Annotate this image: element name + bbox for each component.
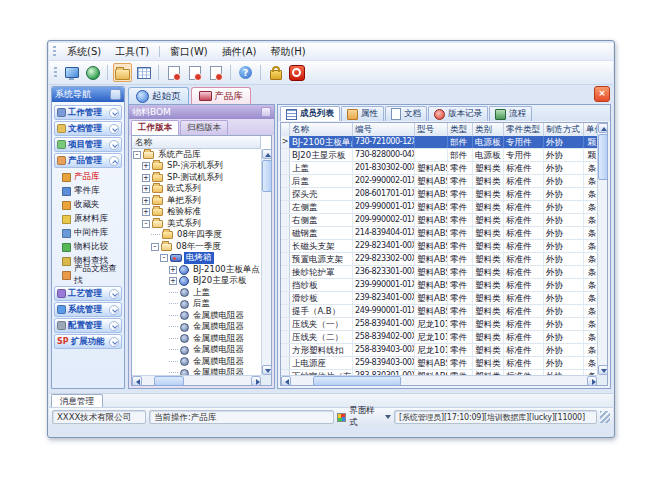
tree-expander[interactable]: - <box>151 243 159 251</box>
menu-item[interactable]: 帮助(H) <box>263 44 312 60</box>
menu-item[interactable]: 工具(T) <box>108 44 156 60</box>
tree-node[interactable]: 金属膜电阻器 <box>132 368 261 376</box>
toolbar-grip[interactable] <box>54 67 57 79</box>
tree-node[interactable]: -电烤箱 <box>132 253 261 265</box>
sidebar-item[interactable]: 中间件库 <box>53 226 123 240</box>
tree-node[interactable]: 08年四季度 <box>132 230 261 242</box>
doc-tab[interactable]: 起始页 <box>128 87 189 104</box>
table-row[interactable]: 左侧盖209-990001-01X塑料ABS零件塑料类标准件外协条 <box>281 201 597 214</box>
chevron-down-icon[interactable] <box>109 108 119 118</box>
tree-expander[interactable]: + <box>169 266 177 274</box>
column-header[interactable]: 制造方式 <box>544 123 584 136</box>
column-header[interactable]: 零件类型 <box>504 123 544 136</box>
table-row[interactable]: 滑纱板239-823401-00X塑料ABS零件塑料类标准件外协条 <box>281 292 597 305</box>
table-row[interactable]: 接纱轮护罩236-823301-00X塑料ABS零件塑料类标准件外协条 <box>281 266 597 279</box>
table-row[interactable]: 上电源座259-839403-00X塑料ABS零件塑料类标准件外协条 <box>281 357 597 370</box>
table-row[interactable]: 预置电源支架229-823302-00X塑料ABS零件塑料类标准件外协条 <box>281 253 597 266</box>
bom-version-tab[interactable]: 工作版本 <box>131 120 179 135</box>
table-vertical-scrollbar[interactable] <box>597 123 607 375</box>
power-icon-button[interactable] <box>287 63 306 82</box>
sidebar-item[interactable]: 原材料库 <box>53 212 123 226</box>
table-row[interactable]: 提手（A.B）249-990001-01X塑料ABS零件塑料类标准件外协条 <box>281 305 597 318</box>
tree-node[interactable]: +BJ20主显示板 <box>132 276 261 288</box>
table-row[interactable]: 磁钢盖214-839404-01X塑料ABS零件塑料类标准件外协条 <box>281 227 597 240</box>
chevron-down-icon[interactable] <box>109 305 119 315</box>
folder-icon-button[interactable] <box>113 63 132 82</box>
menu-item[interactable]: 窗口(W) <box>163 44 215 60</box>
help-icon-button[interactable]: ? <box>236 63 255 82</box>
table-row[interactable]: 探头壳208-601701-01X塑料ABS零件塑料类标准件外协条 <box>281 188 597 201</box>
tree-node[interactable]: 上盖 <box>132 287 261 299</box>
tree-node[interactable]: -08年一季度 <box>132 241 261 253</box>
column-header[interactable]: 型号 <box>415 123 448 136</box>
scroll-thumb[interactable] <box>154 376 184 386</box>
sidebar-item[interactable]: 零件库 <box>53 184 123 198</box>
tree-node[interactable]: 后盖 <box>132 299 261 311</box>
tree-vertical-scrollbar[interactable] <box>261 149 271 375</box>
tree-expander[interactable]: - <box>133 151 141 159</box>
tree-node[interactable]: +单把系列 <box>132 195 261 207</box>
scroll-down-button[interactable] <box>262 365 272 375</box>
column-header[interactable]: 编号 <box>353 123 415 136</box>
lock-icon-button[interactable] <box>266 63 285 82</box>
column-header[interactable]: 名称 <box>290 123 353 136</box>
table-row[interactable]: 方形塑料线扣258-839403-00X尼龙1010零件塑料类标准件外协条 <box>281 344 597 357</box>
table-horizontal-scrollbar[interactable] <box>281 375 597 385</box>
doc-action-icon-2-button[interactable] <box>185 63 204 82</box>
table-row[interactable]: 后盖202-990002-01X塑料ABS零件塑料类标准件外协条 <box>281 175 597 188</box>
tree-node[interactable]: -美式系列 <box>132 218 261 230</box>
sidebar-item[interactable]: 产品库 <box>53 170 123 184</box>
tree-node[interactable]: 金属膜电阻器 <box>132 356 261 368</box>
menubar-grip[interactable] <box>53 46 56 58</box>
sidebar-item[interactable]: 收藏夹 <box>53 198 123 212</box>
scroll-thumb[interactable] <box>262 160 272 192</box>
table-row[interactable]: BJ20主显示板730-828000-04X部件电源板专用件外协颗 <box>281 149 597 162</box>
column-header[interactable]: 类型 <box>448 123 473 136</box>
sidebar-group[interactable]: 产品管理 <box>54 153 122 168</box>
detail-tab[interactable]: 成员列表 <box>280 106 340 121</box>
ui-style-selector[interactable]: 界面样式 <box>337 405 391 429</box>
sidebar-menu-button[interactable] <box>110 89 121 100</box>
tree-horizontal-scrollbar[interactable] <box>132 375 261 385</box>
tree-expander[interactable]: + <box>142 162 150 170</box>
chevron-down-icon[interactable] <box>109 289 119 299</box>
tree-node[interactable]: 金属膜电阻器 <box>132 333 261 345</box>
tree-expander[interactable]: + <box>142 174 150 182</box>
tree-node[interactable]: 金属膜电阻器 <box>132 310 261 322</box>
tree-expander[interactable]: + <box>169 277 177 285</box>
tree-node[interactable]: +BJ-2100主板单点 <box>132 264 261 276</box>
tree-expander[interactable]: + <box>142 185 150 193</box>
tree-expander[interactable]: - <box>142 220 150 228</box>
scroll-left-button[interactable] <box>281 376 291 386</box>
chevron-down-icon[interactable] <box>109 140 119 150</box>
sidebar-group[interactable]: 项目管理 <box>54 137 122 152</box>
table-row[interactable]: 压线夹（二）258-839402-00X尼龙1010零件塑料类标准件外协条 <box>281 331 597 344</box>
globe-icon-button[interactable] <box>83 63 102 82</box>
detail-tab[interactable]: 属性 <box>341 106 384 121</box>
sidebar-item[interactable]: 产品文档查找 <box>53 268 123 282</box>
message-manager-tab[interactable]: 消息管理 <box>51 394 103 408</box>
detail-tab[interactable]: 版本记录 <box>428 106 488 121</box>
grid-icon-button[interactable] <box>134 63 153 82</box>
scroll-right-button[interactable] <box>251 376 261 386</box>
bom-version-tab[interactable]: 归档版本 <box>180 120 228 135</box>
monitor-icon-button[interactable] <box>62 63 81 82</box>
table-row[interactable]: 挡纱板239-990001-01X塑料ABS零件塑料类标准件外协条 <box>281 279 597 292</box>
chevron-up-icon[interactable] <box>109 156 119 166</box>
scroll-thumb[interactable] <box>598 134 608 180</box>
sidebar-item[interactable]: 物料比较 <box>53 240 123 254</box>
scroll-right-button[interactable] <box>587 376 597 386</box>
tree-expander[interactable]: - <box>160 254 168 262</box>
chevron-down-icon[interactable] <box>109 321 119 331</box>
sidebar-group[interactable]: 工作管理 <box>54 105 122 120</box>
sidebar-group[interactable]: 文档管理 <box>54 121 122 136</box>
scroll-left-button[interactable] <box>132 376 142 386</box>
chevron-down-icon[interactable] <box>109 124 119 134</box>
column-header[interactable]: 类别 <box>473 123 504 136</box>
doc-action-icon-1-button[interactable] <box>164 63 183 82</box>
tree-expander[interactable]: + <box>142 197 150 205</box>
bom-panel-pin-button[interactable] <box>261 107 271 117</box>
scroll-up-button[interactable] <box>262 149 272 159</box>
table-row[interactable]: >BJ-2100主板单点730-721000-12X部件电源板专用件外协颗 <box>281 136 597 149</box>
scroll-up-button[interactable] <box>598 123 608 133</box>
